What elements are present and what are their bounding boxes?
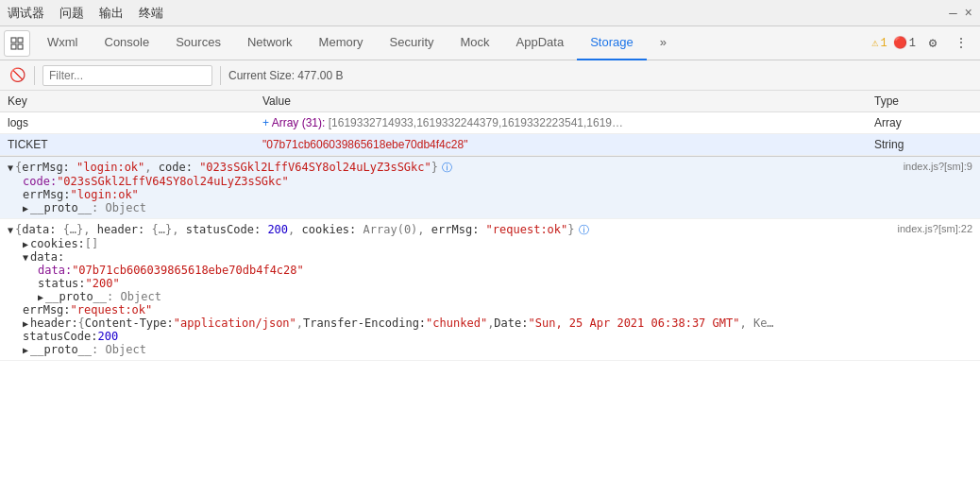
- console-child-1-2: errMsg: "login:ok": [23, 188, 980, 201]
- console-child-1-3: ▶ __proto__: Object: [23, 201, 980, 214]
- console-child-2-6: errMsg: "request:ok": [23, 303, 980, 316]
- console-child-2-7: ▶ header: {Content-Type: "application/js…: [23, 316, 980, 330]
- expand-proto-1[interactable]: ▶: [23, 203, 28, 214]
- storage-table-section: Key Value Type logs + Array (31): [16193…: [0, 91, 980, 157]
- console-line-main-1: ▼ {errMsg: "login:ok", code: "023sSGkl2L…: [8, 161, 980, 175]
- column-header-key: Key: [0, 91, 255, 112]
- tab-bar: Wxml Console Sources Network Memory Secu…: [0, 26, 980, 60]
- warning-badge[interactable]: ⚠ 1: [871, 36, 887, 50]
- collapse-arrow-2[interactable]: ▼: [8, 225, 13, 235]
- row-key-ticket: TICKET: [0, 134, 255, 156]
- console-text-1: {errMsg: "login:ok", code: "023sSGkl2Lff…: [15, 161, 438, 174]
- console-section: index.js?[sm]:9 ▼ {errMsg: "login:ok", c…: [0, 157, 980, 496]
- tab-actions: ⚠ 1 🔴 1 ⚙ ⋮: [871, 32, 972, 55]
- row-type-ticket: String: [867, 134, 980, 156]
- row-value-ticket: "07b71cb606039865618ebe70db4f4c28": [255, 134, 867, 156]
- console-child-2-3: data: "07b71cb606039865618ebe70db4f4c28": [38, 264, 980, 277]
- tab-sources[interactable]: Sources: [162, 26, 234, 60]
- console-text-2: {data: {…}, header: {…}, statusCode: 200…: [15, 223, 575, 236]
- console-child-2-8: statusCode: 200: [23, 330, 980, 343]
- divider2: [220, 66, 221, 85]
- expand-proto-data[interactable]: ▶: [38, 292, 43, 302]
- source-link-2[interactable]: index.js?[sm]:22: [898, 223, 972, 234]
- console-entry-1: index.js?[sm]:9 ▼ {errMsg: "login:ok", c…: [0, 157, 980, 219]
- row-value-logs: + Array (31): [1619332714933,16193322443…: [255, 112, 867, 134]
- warning-icon: ⚠: [871, 36, 878, 50]
- storage-table: Key Value Type logs + Array (31): [16193…: [0, 91, 980, 156]
- main-content: 🚫 Current Size: 477.00 B Key Value Type …: [0, 60, 980, 496]
- console-child-2-2: ▼ data:: [23, 250, 980, 264]
- console-entry-2: index.js?[sm]:22 ▼ {data: {…}, header: {…: [0, 219, 980, 361]
- svg-rect-0: [11, 38, 16, 43]
- settings-button[interactable]: ⚙: [921, 32, 944, 55]
- filter-input[interactable]: [42, 65, 212, 86]
- tab-wxml[interactable]: Wxml: [34, 26, 92, 60]
- warning-count: 1: [881, 37, 887, 50]
- storage-toolbar: 🚫 Current Size: 477.00 B: [0, 60, 980, 91]
- row-type-logs: Array: [867, 112, 980, 134]
- minimize-button[interactable]: —: [949, 6, 956, 21]
- menu-item-terminal[interactable]: 终端: [139, 5, 163, 22]
- console-child-2-1: ▶ cookies: []: [23, 237, 980, 250]
- svg-rect-1: [18, 38, 23, 43]
- error-icon: 🔴: [893, 36, 907, 50]
- tab-security[interactable]: Security: [377, 26, 448, 60]
- divider: [34, 66, 35, 85]
- console-child-1-1: code: "023sSGkl2LffV64SY8ol24uLyZ3sSGkc": [23, 175, 980, 188]
- menu-item-issues[interactable]: 问题: [59, 5, 84, 22]
- close-button[interactable]: ×: [965, 6, 972, 21]
- error-badge[interactable]: 🔴 1: [893, 36, 916, 50]
- menu-item-output[interactable]: 输出: [99, 5, 124, 22]
- menu-item-debugger[interactable]: 调试器: [8, 5, 44, 22]
- expand-proto-2[interactable]: ▶: [23, 345, 28, 355]
- collapse-arrow-1[interactable]: ▼: [8, 162, 13, 173]
- expand-cookies[interactable]: ▶: [23, 239, 28, 249]
- console-child-2-9: ▶ __proto__: Object: [23, 343, 980, 356]
- window-controls: — ×: [949, 6, 972, 21]
- tab-console[interactable]: Console: [92, 26, 163, 60]
- info-icon-1[interactable]: ⓘ: [442, 161, 452, 175]
- expand-header[interactable]: ▶: [23, 318, 28, 329]
- tab-mock[interactable]: Mock: [448, 26, 503, 60]
- tab-memory[interactable]: Memory: [306, 26, 377, 60]
- tab-storage[interactable]: Storage: [577, 26, 647, 60]
- more-options-button[interactable]: ⋮: [950, 32, 972, 55]
- error-count: 1: [909, 37, 916, 50]
- table-row[interactable]: TICKET "07b71cb606039865618ebe70db4f4c28…: [0, 134, 980, 156]
- console-child-2-4: status: "200": [38, 277, 980, 290]
- svg-rect-2: [11, 44, 16, 49]
- table-row[interactable]: logs + Array (31): [1619332714933,161933…: [0, 112, 980, 134]
- current-size-label: Current Size: 477.00 B: [228, 69, 343, 82]
- console-child-2-5: ▶ __proto__: Object: [38, 290, 980, 303]
- console-line-main-2: ▼ {data: {…}, header: {…}, statusCode: 2…: [8, 223, 980, 237]
- column-header-value: Value: [255, 91, 867, 112]
- svg-rect-3: [18, 44, 23, 49]
- no-filter-icon[interactable]: 🚫: [8, 66, 26, 85]
- source-link-1[interactable]: index.js?[sm]:9: [904, 161, 972, 172]
- info-icon-2[interactable]: ⓘ: [579, 223, 589, 237]
- row-key-logs: logs: [0, 112, 255, 134]
- tab-network[interactable]: Network: [234, 26, 306, 60]
- tab-appdata[interactable]: AppData: [503, 26, 578, 60]
- devtools-icon[interactable]: [4, 30, 30, 57]
- column-header-type: Type: [867, 91, 980, 112]
- top-menu-bar: 调试器 问题 输出 终端 — ×: [0, 0, 980, 26]
- collapse-data[interactable]: ▼: [23, 252, 28, 263]
- tab-more[interactable]: »: [647, 26, 680, 60]
